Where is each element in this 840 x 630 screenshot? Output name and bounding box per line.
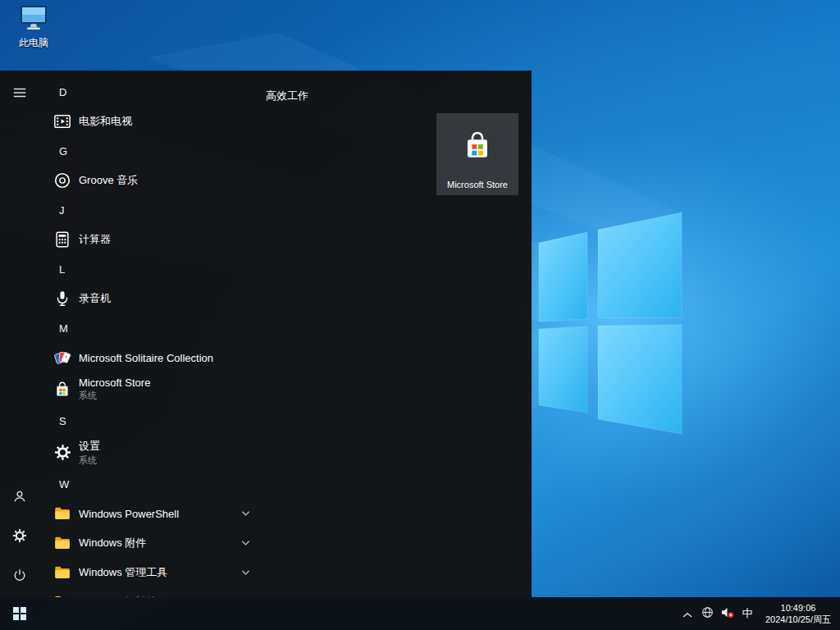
- power-icon: [12, 568, 27, 586]
- desktop-icon-label: 此电脑: [7, 36, 61, 50]
- desktop: 此电脑 D电影和电视GGroove 音乐J计算器L录音机MMicrosoft S…: [0, 0, 840, 630]
- chevron-down-icon[interactable]: [241, 510, 250, 517]
- gear-icon: [12, 528, 27, 546]
- settings-gear-icon: [52, 443, 72, 463]
- voice-recorder-icon: [52, 289, 72, 308]
- app-label: Windows PowerShell: [79, 508, 179, 520]
- groove-music-icon: [52, 171, 72, 190]
- app-list-section-header[interactable]: M: [39, 313, 287, 343]
- store-bag-icon: [461, 130, 494, 166]
- app-list-section-header[interactable]: G: [39, 136, 287, 166]
- app-list-item[interactable]: Microsoft Solitaire Collection: [39, 343, 287, 372]
- app-sublabel: 系统: [79, 390, 150, 402]
- start-menu-expand-button[interactable]: [0, 75, 39, 114]
- movies-tv-icon: [52, 112, 72, 131]
- desktop-icon-this-pc[interactable]: 此电脑: [7, 5, 61, 50]
- power-button[interactable]: [0, 557, 39, 596]
- app-list-section-header[interactable]: S: [39, 406, 287, 436]
- app-label: 设置: [79, 439, 100, 454]
- section-letter: G: [59, 145, 67, 158]
- app-list-section-header[interactable]: D: [39, 77, 287, 107]
- app-label: Windows 附件: [79, 536, 146, 550]
- start-app-list: D电影和电视GGroove 音乐J计算器L录音机MMicrosoft Solit…: [39, 77, 287, 597]
- taskbar: 中 10:49:06 2024/10/25/周五: [0, 597, 840, 630]
- app-list-item[interactable]: 设置系统: [39, 436, 287, 469]
- app-label: 计算器: [79, 232, 111, 247]
- clock-time: 10:49:06: [781, 602, 816, 614]
- user-button[interactable]: [0, 478, 39, 518]
- app-list-item[interactable]: Microsoft Store系统: [39, 372, 287, 406]
- app-label: Groove 音乐: [79, 173, 138, 188]
- clock-date: 2024/10/25/周五: [765, 614, 831, 625]
- section-letter: L: [59, 263, 65, 276]
- section-letter: S: [59, 415, 66, 427]
- app-list-folder[interactable]: Windows 管理工具: [39, 558, 287, 587]
- start-rail: [0, 71, 39, 597]
- chevron-down-icon[interactable]: [241, 569, 250, 576]
- app-list-folder[interactable]: Windows 轻松使用: [39, 587, 287, 597]
- folder-icon: [52, 563, 72, 582]
- app-list-item[interactable]: 计算器: [39, 225, 287, 254]
- app-label: 电影和电视: [79, 114, 132, 129]
- ime-indicator[interactable]: 中: [737, 597, 758, 630]
- this-pc-icon: [19, 5, 48, 34]
- start-menu: D电影和电视GGroove 音乐J计算器L录音机MMicrosoft Solit…: [0, 71, 532, 597]
- app-label: Windows 管理工具: [79, 565, 167, 580]
- app-label: Microsoft Solitaire Collection: [79, 352, 213, 364]
- app-label: Microsoft Store: [79, 377, 150, 389]
- windows-logo-icon: [13, 607, 26, 620]
- tile-label: Microsoft Store: [436, 180, 518, 189]
- taskbar-clock[interactable]: 10:49:06 2024/10/25/周五: [758, 597, 840, 630]
- app-list-item[interactable]: Groove 音乐: [39, 166, 287, 195]
- network-button[interactable]: [697, 597, 717, 630]
- folder-icon: [52, 533, 72, 553]
- solitaire-icon: [52, 348, 72, 368]
- hamburger-icon: [12, 85, 27, 103]
- app-list-item[interactable]: 录音机: [39, 284, 287, 313]
- network-globe-icon: [701, 606, 714, 622]
- tile-area: Microsoft Store: [266, 107, 525, 597]
- app-list-folder[interactable]: Windows PowerShell: [39, 499, 287, 528]
- start-button[interactable]: [0, 597, 39, 630]
- chevron-up-icon: [682, 606, 692, 621]
- section-letter: J: [59, 204, 65, 217]
- start-tile-microsoft-store[interactable]: Microsoft Store: [436, 113, 518, 195]
- volume-button[interactable]: [717, 597, 737, 630]
- app-sublabel: 系统: [79, 454, 100, 467]
- folder-icon: [52, 504, 72, 523]
- section-letter: W: [59, 478, 69, 491]
- section-letter: M: [59, 322, 68, 335]
- app-list-item[interactable]: 电影和电视: [39, 107, 287, 136]
- user-icon: [12, 489, 27, 507]
- app-list-section-header[interactable]: L: [39, 254, 287, 284]
- app-list-section-header[interactable]: W: [39, 469, 287, 499]
- section-letter: D: [59, 86, 66, 98]
- app-label: 录音机: [79, 291, 111, 306]
- calculator-icon: [52, 230, 72, 249]
- tray-expand-button[interactable]: [678, 597, 697, 630]
- chevron-down-icon[interactable]: [241, 540, 250, 546]
- app-list-section-header[interactable]: J: [39, 195, 287, 225]
- tile-group-title[interactable]: 高效工作: [266, 89, 308, 103]
- store-bag-icon: [52, 380, 72, 399]
- settings-button[interactable]: [0, 518, 39, 557]
- app-list-folder[interactable]: Windows 附件: [39, 528, 287, 558]
- system-tray: 中 10:49:06 2024/10/25/周五: [678, 597, 840, 630]
- volume-muted-icon: [720, 606, 734, 622]
